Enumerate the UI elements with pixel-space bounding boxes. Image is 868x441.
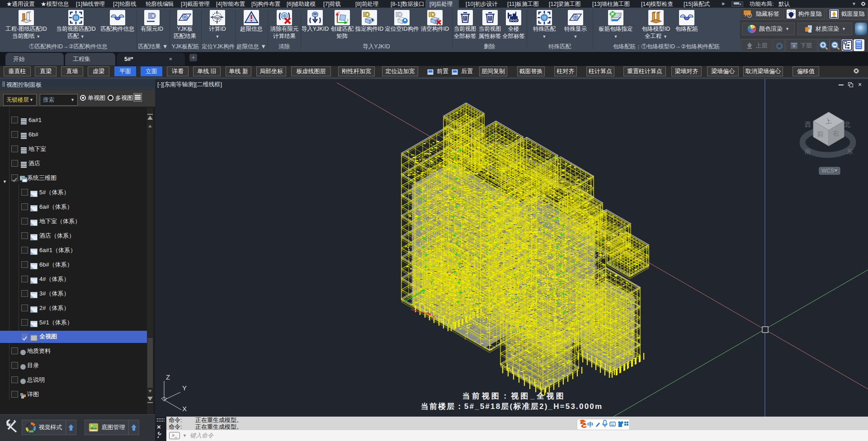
svg-text:ID: ID: [396, 10, 402, 18]
svg-text:当前楼层：5#_5#18层(标准层2)_H=53.000m: 当前楼层：5#_5#18层(标准层2)_H=53.000m: [421, 402, 603, 411]
svg-text:ID: ID: [148, 12, 156, 20]
svg-text:ID: ID: [363, 10, 370, 18]
svg-text:X: X: [182, 405, 187, 413]
svg-text:x: x: [338, 11, 340, 14]
svg-text:Y: Y: [429, 279, 434, 286]
svg-text:X: X: [432, 314, 436, 320]
svg-text:前: 前: [817, 130, 824, 138]
svg-text:Z: Z: [166, 373, 170, 381]
svg-text:WCS: WCS: [821, 168, 834, 174]
svg-text:右: 右: [832, 129, 840, 137]
svg-text:Y: Y: [182, 384, 187, 392]
svg-text:上: 上: [825, 117, 832, 125]
svg-text:东: 东: [847, 148, 853, 155]
svg-text:ID: ID: [429, 10, 435, 18]
svg-text:南: 南: [805, 148, 811, 155]
svg-text:北: 北: [844, 121, 850, 128]
svg-text:y: y: [347, 18, 349, 22]
svg-text:当前视图：视图_全视图: 当前视图：视图_全视图: [462, 392, 566, 400]
svg-text:西: 西: [805, 121, 811, 128]
svg-text:中: 中: [587, 421, 593, 428]
